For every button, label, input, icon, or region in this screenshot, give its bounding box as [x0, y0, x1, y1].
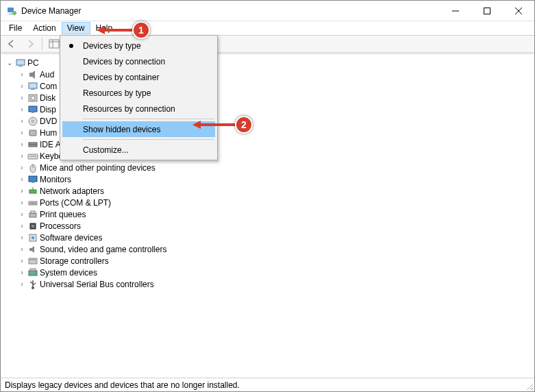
dropdown-item[interactable]: Show hidden devices — [62, 121, 215, 137]
dropdown-item[interactable]: Devices by container — [62, 69, 215, 85]
svg-rect-19 — [29, 106, 37, 112]
expander-icon[interactable]: › — [18, 187, 26, 195]
tree-node-label: Disp — [40, 105, 56, 114]
tree-node[interactable]: ›Network adapters — [5, 185, 534, 197]
dvd-icon — [27, 116, 38, 127]
status-text: Displays legacy devices and devices that… — [5, 380, 240, 390]
sound-icon — [27, 244, 38, 255]
tree-root-label: PC — [27, 58, 39, 68]
tree-node[interactable]: ›Monitors — [5, 173, 534, 185]
tree-node[interactable]: ›Mice and other pointing devices — [5, 162, 534, 173]
app-icon — [6, 5, 17, 16]
menu-action[interactable]: Action — [27, 22, 61, 34]
svg-rect-32 — [29, 190, 36, 193]
expander-icon[interactable]: › — [18, 280, 26, 288]
expander-icon[interactable]: › — [18, 94, 26, 101]
tree-node-label: Aud — [40, 70, 54, 79]
expander-icon[interactable]: › — [18, 117, 26, 125]
tree-node-label: DVD — [40, 117, 57, 126]
expander-icon[interactable]: › — [18, 245, 26, 253]
tree-node[interactable]: ›Print queues — [5, 208, 534, 220]
tree-node-label: Storage controllers — [40, 256, 109, 266]
tree-node-label: Print queues — [40, 210, 86, 219]
tree-node-label: Network adapters — [40, 186, 104, 196]
tree-node-label: Monitors — [40, 175, 71, 184]
dropdown-item-label: Resources by type — [83, 88, 151, 98]
dropdown-item-label: Devices by type — [83, 41, 141, 51]
tree-node-label: Hum — [40, 128, 57, 138]
hid-icon — [27, 127, 38, 138]
expander-icon[interactable]: › — [18, 210, 26, 218]
expander-icon[interactable]: › — [18, 222, 26, 230]
radio-bullet-icon — [69, 44, 73, 48]
expander-icon[interactable]: › — [18, 106, 26, 113]
dropdown-separator — [83, 139, 214, 140]
menu-file[interactable]: File — [3, 22, 27, 34]
tree-node[interactable]: ›Storage controllers — [5, 255, 534, 267]
menu-help[interactable]: Help — [90, 22, 119, 34]
expander-icon[interactable]: › — [18, 257, 26, 265]
expander-icon[interactable]: › — [18, 82, 26, 90]
expander-icon[interactable]: › — [18, 152, 26, 160]
minimize-button[interactable] — [440, 1, 471, 21]
svg-rect-47 — [30, 269, 36, 271]
svg-rect-39 — [31, 211, 35, 213]
tree-node-label: Processors — [40, 221, 81, 231]
expander-icon[interactable]: › — [18, 140, 26, 148]
dropdown-item-label: Resources by connection — [83, 104, 175, 114]
storage-icon — [27, 256, 38, 267]
tree-node[interactable]: ›Universal Serial Bus controllers — [5, 278, 534, 290]
usb-icon — [27, 279, 38, 290]
svg-rect-13 — [18, 66, 23, 66]
svg-point-18 — [31, 96, 35, 100]
svg-rect-16 — [31, 89, 35, 90]
expander-icon[interactable]: › — [18, 164, 26, 171]
tree-node-label: System devices — [40, 268, 97, 278]
resize-grip[interactable] — [525, 382, 533, 390]
toolbar-separator — [42, 38, 42, 50]
svg-point-35 — [30, 202, 32, 204]
expander-icon[interactable]: › — [18, 175, 26, 183]
expander-icon[interactable]: › — [18, 71, 26, 78]
dropdown-item[interactable]: Resources by type — [62, 85, 215, 101]
dropdown-separator — [83, 119, 214, 119]
svg-point-43 — [32, 236, 34, 239]
dropdown-item-label: Devices by connection — [83, 57, 165, 66]
network-icon — [27, 186, 38, 197]
tree-node[interactable]: ›Software devices — [5, 232, 534, 243]
tree-node[interactable]: ›System devices — [5, 267, 534, 278]
menu-view[interactable]: View — [62, 22, 90, 34]
dropdown-item-label: Devices by container — [83, 73, 159, 82]
tree-node-label: Disk — [40, 93, 55, 103]
tree-node-label: Sound, video and game controllers — [40, 245, 166, 254]
back-button[interactable] — [3, 36, 20, 51]
svg-rect-15 — [29, 83, 37, 88]
svg-point-2 — [12, 11, 16, 15]
expander-icon[interactable]: › — [18, 129, 26, 136]
expander-icon[interactable]: › — [18, 199, 26, 206]
tree-node[interactable]: ›Processors — [5, 220, 534, 232]
dropdown-item[interactable]: Resources by connection — [62, 101, 215, 117]
tree-node-label: Mice and other pointing devices — [40, 163, 155, 173]
svg-rect-7 — [49, 40, 59, 48]
expander-icon[interactable]: ⌄ — [5, 59, 14, 66]
close-button[interactable] — [503, 1, 534, 21]
svg-rect-38 — [29, 213, 36, 217]
dropdown-item[interactable]: Customize... — [62, 142, 215, 158]
maximize-button[interactable] — [471, 1, 503, 21]
dropdown-item[interactable]: Devices by type — [62, 38, 215, 53]
tree-node[interactable]: ›Ports (COM & LPT) — [5, 197, 534, 208]
dropdown-item-label: Customize... — [83, 145, 129, 155]
ide-icon — [27, 139, 38, 150]
expander-icon[interactable]: › — [18, 269, 26, 276]
monitor-icon — [27, 174, 38, 185]
system-icon — [27, 267, 38, 278]
window-title: Device Manager — [21, 6, 81, 16]
keyboard-icon — [27, 151, 38, 162]
dropdown-item[interactable]: Devices by connection — [62, 53, 215, 69]
svg-rect-23 — [29, 130, 36, 136]
svg-point-22 — [32, 120, 34, 122]
forward-button[interactable] — [22, 36, 38, 51]
tree-node[interactable]: ›Sound, video and game controllers — [5, 243, 534, 255]
expander-icon[interactable]: › — [18, 234, 26, 241]
